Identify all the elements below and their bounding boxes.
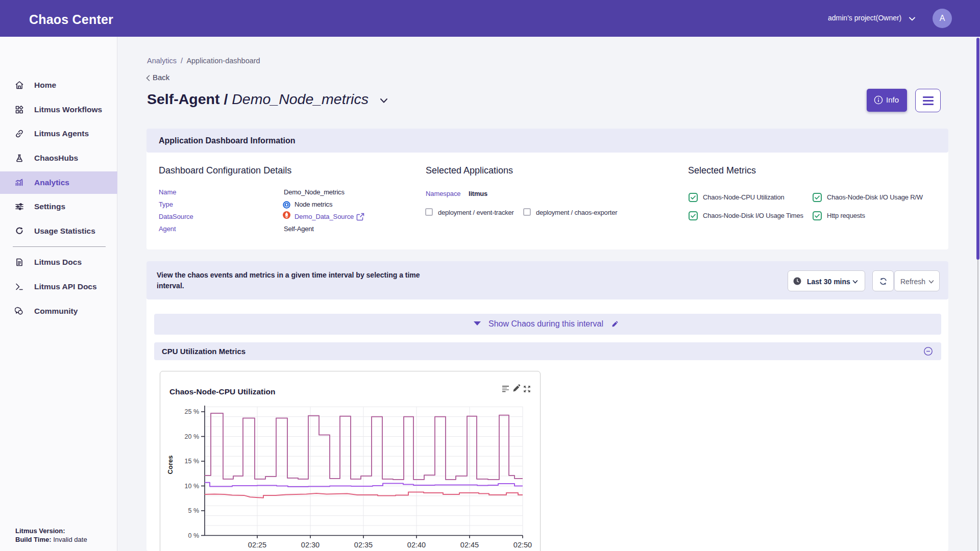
svg-text:10 %: 10 % [185, 483, 200, 490]
svg-text:Cores: Cores [166, 456, 174, 474]
svg-text:15 %: 15 % [185, 458, 200, 465]
svg-text:25 %: 25 % [185, 408, 200, 415]
svg-text:20 %: 20 % [185, 433, 200, 440]
svg-text:02:40: 02:40 [407, 541, 426, 549]
svg-text:02:45: 02:45 [460, 541, 479, 549]
svg-text:02:30: 02:30 [301, 541, 320, 549]
svg-text:0 %: 0 % [188, 532, 199, 539]
svg-text:5 %: 5 % [188, 507, 199, 514]
svg-text:02:50: 02:50 [513, 541, 532, 549]
svg-text:02:35: 02:35 [354, 541, 373, 549]
svg-text:02:25: 02:25 [248, 541, 266, 549]
